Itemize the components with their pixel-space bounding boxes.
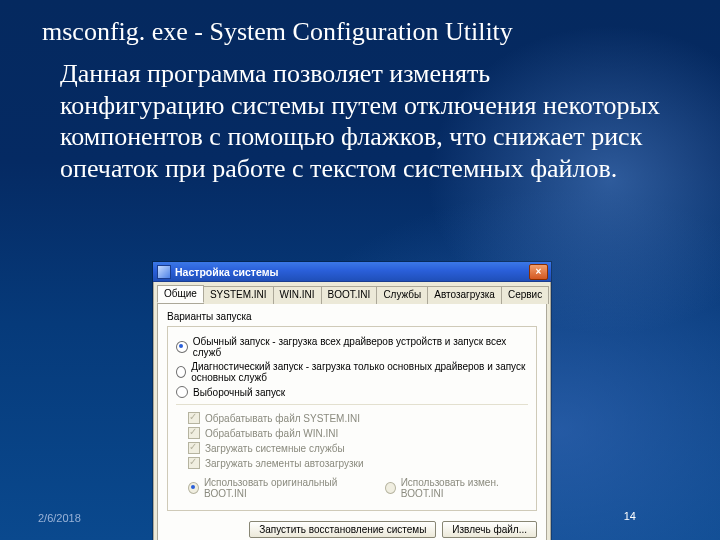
close-button[interactable]: × (529, 264, 548, 280)
tab-services[interactable]: Службы (376, 286, 428, 304)
app-icon (157, 265, 171, 279)
radio-original-bootini: Использовать оригинальный BOOT.INI (188, 477, 363, 499)
radio-label: Диагностический запуск - загрузка только… (191, 361, 528, 383)
tab-bootini[interactable]: BOOT.INI (321, 286, 378, 304)
radio-icon (385, 482, 396, 494)
tab-startup[interactable]: Автозагрузка (427, 286, 502, 304)
radio-normal-startup[interactable]: Обычный запуск - загрузка всех драйверов… (176, 336, 528, 358)
tab-general[interactable]: Общие (157, 285, 204, 303)
client-area: Общие SYSTEM.INI WIN.INI BOOT.INI Службы… (153, 282, 551, 540)
extract-file-button[interactable]: Извлечь файл... (442, 521, 537, 538)
tab-winini[interactable]: WIN.INI (273, 286, 322, 304)
general-panel: Варианты запуска Обычный запуск - загруз… (157, 303, 547, 540)
slide-number: 14 (624, 510, 636, 522)
system-config-window: Настройка системы × Общие SYSTEM.INI WIN… (153, 262, 551, 540)
radio-icon (176, 366, 186, 378)
radio-modified-bootini: Использовать измен. BOOT.INI (385, 477, 528, 499)
radio-selective-startup[interactable]: Выборочный запуск (176, 386, 528, 398)
tab-systemini[interactable]: SYSTEM.INI (203, 286, 274, 304)
tabstrip: Общие SYSTEM.INI WIN.INI BOOT.INI Службы… (154, 282, 550, 303)
bootini-choice: Использовать оригинальный BOOT.INI Испол… (188, 474, 528, 502)
slide-date: 2/6/2018 (38, 512, 81, 524)
radio-icon (176, 386, 188, 398)
panel-button-row: Запустить восстановление системы Извлечь… (167, 521, 537, 538)
check-process-winini: Обрабатывать файл WIN.INI (188, 427, 528, 439)
tab-tools[interactable]: Сервис (501, 286, 549, 304)
launch-system-restore-button[interactable]: Запустить восстановление системы (249, 521, 436, 538)
radio-icon (188, 482, 199, 494)
check-label: Обрабатывать файл SYSTEM.INI (205, 413, 360, 424)
checkbox-icon (188, 457, 200, 469)
startup-options-fieldset: Обычный запуск - загрузка всех драйверов… (167, 326, 537, 511)
checkbox-icon (188, 412, 200, 424)
titlebar[interactable]: Настройка системы × (153, 262, 551, 282)
check-label: Обрабатывать файл WIN.INI (205, 428, 338, 439)
check-load-startup: Загружать элементы автозагрузки (188, 457, 528, 469)
check-label: Загружать системные службы (205, 443, 345, 454)
window-title: Настройка системы (175, 266, 525, 278)
selective-options: Обрабатывать файл SYSTEM.INI Обрабатыват… (176, 404, 528, 502)
checkbox-icon (188, 442, 200, 454)
check-process-systemini: Обрабатывать файл SYSTEM.INI (188, 412, 528, 424)
slide-title: msconfig. exe - System Configuration Uti… (42, 18, 680, 47)
radio-diagnostic-startup[interactable]: Диагностический запуск - загрузка только… (176, 361, 528, 383)
slide-body: Данная программа позволяет изменять конф… (60, 58, 660, 185)
radio-label: Использовать измен. BOOT.INI (401, 477, 528, 499)
radio-label: Выборочный запуск (193, 387, 285, 398)
slide: msconfig. exe - System Configuration Uti… (0, 0, 720, 540)
check-label: Загружать элементы автозагрузки (205, 458, 364, 469)
checkbox-icon (188, 427, 200, 439)
check-load-services: Загружать системные службы (188, 442, 528, 454)
radio-icon (176, 341, 188, 353)
startup-options-label: Варианты запуска (167, 311, 537, 322)
radio-label: Использовать оригинальный BOOT.INI (204, 477, 363, 499)
radio-label: Обычный запуск - загрузка всех драйверов… (193, 336, 528, 358)
